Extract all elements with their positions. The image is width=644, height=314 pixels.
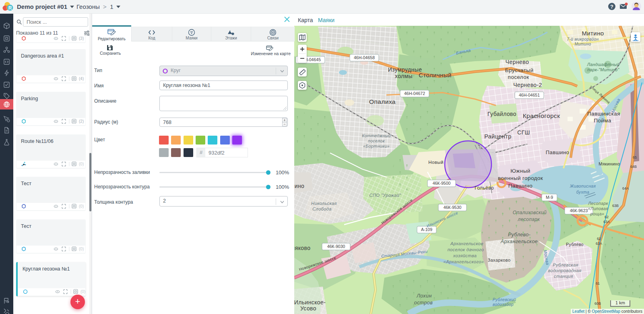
svg-text:63А: 63А — [603, 220, 610, 224]
svg-text:Пойма: Пойма — [594, 118, 611, 124]
svg-text:Гольёво: Гольёво — [475, 185, 494, 191]
svg-text:Ландшафтный: Ландшафтный — [587, 62, 619, 67]
svg-text:холмы: холмы — [395, 73, 413, 79]
svg-text:Рублевский: Рублевский — [493, 297, 516, 302]
svg-text:46К-9530: 46К-9530 — [444, 205, 462, 210]
svg-text:63А: 63А — [596, 242, 602, 246]
svg-text:Губайлово: Губайлово — [487, 111, 516, 117]
svg-text:Южный: Южный — [510, 168, 530, 174]
svg-text:64В: 64В — [630, 165, 637, 169]
svg-text:46Н-04651: 46Н-04651 — [519, 93, 540, 97]
svg-text:«Архангельского»: «Архангельского» — [444, 259, 484, 264]
svg-text:СГШ: СГШ — [517, 129, 530, 136]
svg-text:водопроводная: водопроводная — [548, 268, 581, 273]
svg-text:62: 62 — [605, 215, 609, 219]
svg-text:Столичный: Столичный — [419, 72, 452, 78]
svg-text:46Н-04672: 46Н-04672 — [404, 91, 425, 96]
svg-text:Рублево-: Рублево- — [508, 232, 530, 238]
svg-text:парк-"Митино": парк-"Митино" — [587, 67, 619, 72]
svg-text:СПО "Урожай": СПО "Урожай" — [369, 193, 402, 198]
svg-text:няково: няково — [294, 245, 310, 251]
svg-text:(0): (0) — [79, 162, 84, 166]
svg-text:поселок дачного: поселок дачного — [448, 247, 484, 252]
svg-text:А-109: А-109 — [421, 227, 432, 232]
svg-text:63В: 63В — [612, 204, 619, 208]
svg-text:Райцентр: Райцентр — [484, 133, 511, 140]
svg-text:бухта: бухта — [576, 190, 590, 194]
svg-text:46К-9030: 46К-9030 — [327, 244, 345, 249]
svg-text:Коттеджный: Коттеджный — [362, 133, 391, 138]
svg-text:Павшино: Павшино — [546, 149, 569, 155]
svg-text:Захарково: Захарково — [488, 258, 511, 262]
svg-text:(4): (4) — [79, 76, 84, 81]
svg-text:61: 61 — [596, 281, 600, 285]
svg-text:(0): (0) — [79, 247, 84, 251]
svg-text:лесопарк: лесопарк — [518, 217, 541, 222]
svg-text:поселок: поселок — [368, 138, 385, 143]
svg-text:7-й микрорайон: 7-й микрорайон — [567, 37, 599, 41]
svg-text:Павшино: Павшино — [508, 183, 533, 189]
svg-text:Лесопарк: Лесопарк — [588, 201, 608, 206]
svg-text:Опалиховский: Опалиховский — [513, 210, 547, 215]
svg-text:Опалиха: Опалиха — [369, 98, 396, 105]
svg-text:поселок: поселок — [508, 74, 529, 80]
svg-text:Живописная: Живописная — [570, 184, 596, 188]
svg-text:Ильинское-: Ильинское- — [294, 299, 326, 306]
svg-text:62: 62 — [597, 237, 601, 241]
svg-text:М-9: М-9 — [546, 195, 553, 200]
svg-text:60В: 60В — [594, 302, 601, 306]
svg-text:ино: ино — [295, 183, 305, 189]
svg-text:Архангельское: Архангельское — [500, 239, 538, 244]
svg-text:65: 65 — [633, 155, 637, 159]
svg-text:Лохин: Лохин — [416, 293, 431, 299]
svg-text:(0): (0) — [80, 289, 85, 294]
svg-text:Никольская: Никольская — [311, 201, 337, 206]
svg-text:46Н-04658: 46Н-04658 — [354, 55, 375, 60]
svg-text:Чернево-2: Чернево-2 — [513, 82, 542, 88]
svg-text:Изумрудные: Изумрудные — [388, 66, 422, 73]
svg-text:военный городок: военный городок — [498, 175, 543, 181]
svg-text:(0): (0) — [79, 204, 84, 209]
svg-text:Усово: Усово — [300, 305, 316, 312]
svg-text:46К-9500: 46К-9500 — [433, 181, 451, 186]
svg-text:Митино: Митино — [574, 42, 591, 46]
svg-text:Брусчатый: Брусчатый — [505, 67, 534, 73]
svg-text:Архангельское: Архангельское — [450, 241, 483, 246]
svg-text:Новый: Новый — [428, 160, 444, 165]
svg-text:Рублёво: Рублёво — [566, 242, 584, 247]
svg-text:Митино: Митино — [582, 30, 604, 37]
svg-text:64А: 64А — [622, 186, 629, 190]
svg-text:Чернево: Чернево — [506, 59, 529, 65]
svg-text:«Бортники»: «Бортники» — [363, 144, 389, 149]
svg-text:«Липовая: «Липовая — [588, 206, 608, 211]
svg-text:R: R — [8, 5, 12, 11]
svg-text:?: ? — [610, 4, 613, 10]
svg-text:Слобода: Слобода — [312, 207, 332, 211]
svg-text:46К-9623: 46К-9623 — [570, 208, 588, 213]
svg-text:хозяйства: хозяйства — [453, 253, 477, 258]
svg-text:роща»: роща» — [590, 211, 604, 216]
svg-text:(3): (3) — [79, 36, 84, 41]
svg-text:Рублевская: Рублевская — [553, 262, 578, 267]
svg-text:станция: станция — [554, 274, 573, 279]
svg-text:остров: остров — [414, 300, 433, 306]
svg-text:Красногорск: Красногорск — [523, 112, 560, 119]
svg-text:(2): (2) — [79, 119, 84, 124]
svg-text:Мякинино: Мякинино — [599, 161, 620, 166]
svg-text:водозабор: водозабор — [493, 302, 514, 307]
